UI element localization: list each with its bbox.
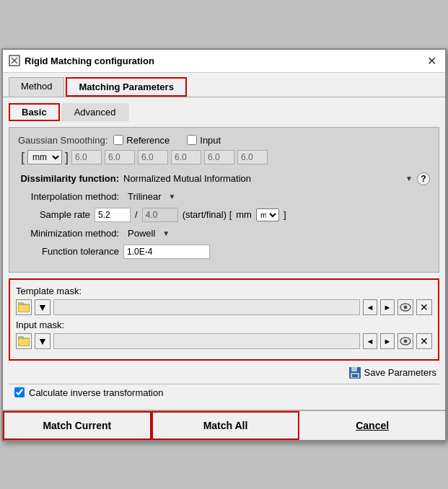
window-title: Rigid Matching configuration [25, 56, 154, 66]
sample-rate-label: Sample rate [18, 209, 90, 220]
gaussian-label: Gaussian Smoothing: [18, 135, 107, 146]
sample-rate-row: Sample rate / (start/final) [ mm mm ] [18, 208, 430, 222]
dissimilarity-row: Dissimilarity function: Normalized Mutua… [18, 172, 430, 185]
mm-value-1[interactable]: 6.0 [71, 150, 102, 164]
folder-icon [18, 302, 30, 312]
sample-rate-start[interactable] [95, 208, 131, 222]
content-area: Basic Advanced Gaussian Smoothing: Refer… [3, 97, 445, 410]
gaussian-row: Gaussian Smoothing: Reference Input [18, 135, 430, 146]
svg-rect-5 [19, 305, 29, 312]
template-mask-folder-btn[interactable] [16, 299, 32, 315]
template-mask-label: Template mask: [16, 286, 432, 296]
svg-rect-4 [18, 303, 23, 305]
mm-value-5[interactable]: 6.0 [204, 150, 234, 164]
tab-method[interactable]: Method [9, 77, 64, 97]
inverse-transform-row: Calculate inverse transformation [9, 384, 439, 401]
save-icon [348, 366, 361, 379]
slash-separator: / [135, 209, 138, 220]
function-tolerance-label: Function tolerance [18, 246, 119, 257]
template-mask-input[interactable] [53, 299, 360, 315]
input-mask-input[interactable] [53, 333, 360, 349]
dissimilarity-value: Normalized Mutual Information [123, 173, 401, 184]
input-checkbox[interactable] [187, 135, 197, 145]
open-bracket: [ [21, 150, 25, 165]
template-mask-prev-btn[interactable]: ◄ [363, 299, 377, 315]
svg-rect-14 [351, 367, 357, 371]
minimization-label: Minimization method: [18, 228, 119, 239]
input-mask-folder-btn[interactable] [16, 333, 32, 349]
dissimilarity-label: Dissimilarity function: [18, 173, 119, 184]
input-mask-label: Input mask: [16, 320, 432, 330]
minimization-arrow-icon[interactable]: ▼ [162, 229, 170, 237]
title-bar-left: Rigid Matching configuration [9, 55, 154, 66]
close-button[interactable]: ✕ [424, 54, 439, 68]
mm-value-4[interactable]: 6.0 [171, 150, 201, 164]
template-mask-view-btn[interactable] [398, 299, 413, 315]
eye-icon-2 [400, 336, 411, 346]
mm-row: [ mm ] 6.0 6.0 6.0 6.0 6.0 6.0 [21, 150, 430, 165]
svg-point-12 [404, 339, 408, 343]
input-mask-dropdown-btn[interactable]: ▼ [35, 333, 50, 349]
interpolation-label: Interpolation method: [18, 191, 119, 202]
reference-label: Reference [126, 135, 170, 146]
basic-panel: Gaussian Smoothing: Reference Input [ mm… [9, 127, 439, 273]
input-group: Input [187, 135, 221, 146]
template-mask-dropdown-btn[interactable]: ▼ [35, 299, 50, 315]
footer: Match Current Match All Cancel [3, 410, 445, 440]
svg-rect-9 [18, 337, 23, 339]
mm-value-3[interactable]: 6.0 [138, 150, 168, 164]
svg-rect-16 [352, 374, 358, 377]
sample-rate-suffix: (start/final) [ [183, 209, 232, 220]
inverse-transform-label: Calculate inverse transformation [29, 387, 163, 398]
match-all-button[interactable]: Match All [151, 411, 300, 440]
mm-unit-select[interactable]: mm [27, 150, 62, 164]
svg-point-7 [404, 305, 408, 309]
svg-rect-10 [19, 339, 29, 345]
template-mask-clear-btn[interactable]: ✕ [416, 299, 432, 315]
cancel-button[interactable]: Cancel [299, 411, 445, 440]
reference-group: Reference [113, 135, 170, 146]
mm-value-6[interactable]: 6.0 [237, 150, 268, 164]
sample-rate-unit: mm [236, 209, 252, 220]
minimization-value: Powell [128, 228, 155, 239]
sample-rate-close: ] [284, 209, 286, 220]
mm-value-2[interactable]: 6.0 [105, 150, 135, 164]
sub-tab-basic[interactable]: Basic [9, 103, 60, 121]
input-mask-clear-btn[interactable]: ✕ [416, 333, 432, 349]
interpolation-value: Trilinear [128, 191, 161, 202]
title-bar: Rigid Matching configuration ✕ [3, 50, 445, 73]
inverse-transform-checkbox[interactable] [14, 387, 25, 397]
close-bracket: ] [65, 150, 69, 165]
tab-matching-parameters[interactable]: Matching Parameters [66, 77, 187, 97]
template-mask-next-btn[interactable]: ► [380, 299, 395, 315]
app-icon [9, 55, 20, 66]
reference-checkbox[interactable] [113, 135, 123, 145]
function-tolerance-input[interactable] [123, 244, 210, 259]
match-current-button[interactable]: Match Current [3, 411, 151, 440]
function-tolerance-row: Function tolerance [18, 244, 430, 259]
sub-tabs: Basic Advanced [9, 103, 439, 121]
sample-rate-end[interactable] [142, 208, 178, 222]
save-row: Save Parameters [9, 366, 439, 379]
minimization-row: Minimization method: Powell ▼ [18, 228, 430, 239]
save-parameters-button[interactable]: Save Parameters [348, 366, 436, 379]
input-mask-next-btn[interactable]: ► [380, 333, 395, 349]
interpolation-arrow-icon[interactable]: ▼ [168, 193, 175, 201]
save-parameters-label: Save Parameters [364, 367, 436, 378]
folder-icon-2 [18, 336, 30, 346]
sample-rate-unit-select[interactable]: mm [256, 208, 279, 221]
input-label: Input [200, 135, 221, 146]
interpolation-row: Interpolation method: Trilinear ▼ [18, 191, 430, 202]
template-mask-row: ▼ ◄ ► ✕ [16, 299, 432, 315]
input-mask-view-btn[interactable] [398, 333, 413, 349]
eye-icon [400, 302, 411, 312]
help-icon[interactable]: ? [417, 172, 430, 185]
input-mask-row: ▼ ◄ ► ✕ [16, 333, 432, 349]
sub-tab-advanced[interactable]: Advanced [61, 103, 129, 121]
input-mask-prev-btn[interactable]: ◄ [363, 333, 377, 349]
main-tabs: Method Matching Parameters [3, 73, 445, 97]
main-window: Rigid Matching configuration ✕ Method Ma… [1, 48, 447, 441]
dissimilarity-arrow-icon[interactable]: ▼ [405, 175, 413, 182]
mask-section: Template mask: ▼ ◄ ► [9, 278, 439, 361]
